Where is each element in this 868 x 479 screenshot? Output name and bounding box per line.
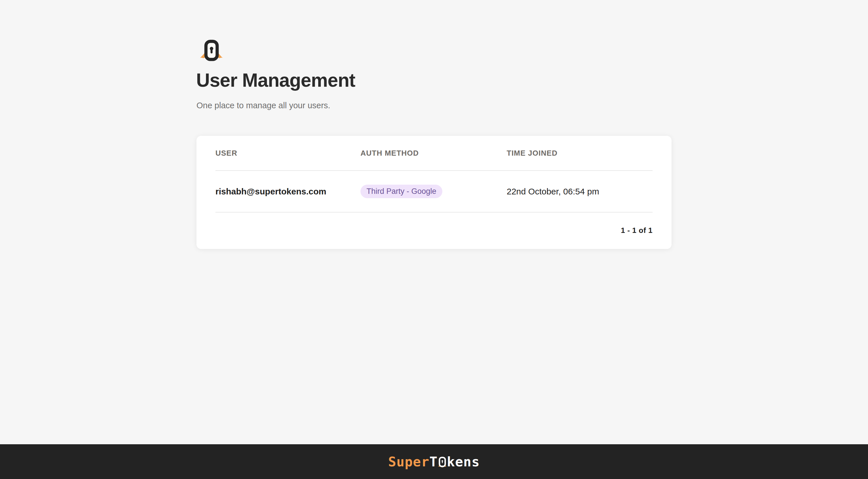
wordmark-super: Super — [388, 455, 429, 468]
auth-method-cell: Third Party - Google — [361, 185, 507, 198]
column-header-time-joined: TIME JOINED — [507, 149, 653, 158]
users-table-card: USER AUTH METHOD TIME JOINED rishabh@sup… — [196, 136, 672, 249]
wordmark-lock-icon — [438, 456, 447, 469]
auth-method-badge: Third Party - Google — [361, 185, 442, 198]
table-header-row: USER AUTH METHOD TIME JOINED — [215, 136, 653, 170]
pagination-count: 1 - 1 of 1 — [621, 226, 653, 235]
supertokens-lock-cape-icon — [198, 40, 225, 64]
time-joined: 22nd October, 06:54 pm — [507, 187, 653, 196]
page-title: User Management — [196, 71, 355, 90]
page: User Management One place to manage all … — [0, 0, 868, 479]
user-email[interactable]: rishabh@supertokens.com — [215, 187, 361, 196]
footer: SuperT kens — [0, 444, 868, 479]
supertokens-wordmark: SuperT kens — [388, 455, 480, 468]
column-header-auth-method: AUTH METHOD — [361, 149, 507, 158]
page-subtitle: One place to manage all your users. — [196, 100, 330, 110]
logo-keyhole-stem — [211, 49, 213, 54]
wordmark-kens: kens — [447, 455, 480, 468]
wordmark-t: T — [429, 455, 438, 468]
column-header-user: USER — [215, 149, 361, 158]
table-footer: 1 - 1 of 1 — [215, 213, 653, 248]
table-row[interactable]: rishabh@supertokens.com Third Party - Go… — [215, 171, 653, 212]
wordmark-keyhole-stem — [442, 461, 443, 463]
